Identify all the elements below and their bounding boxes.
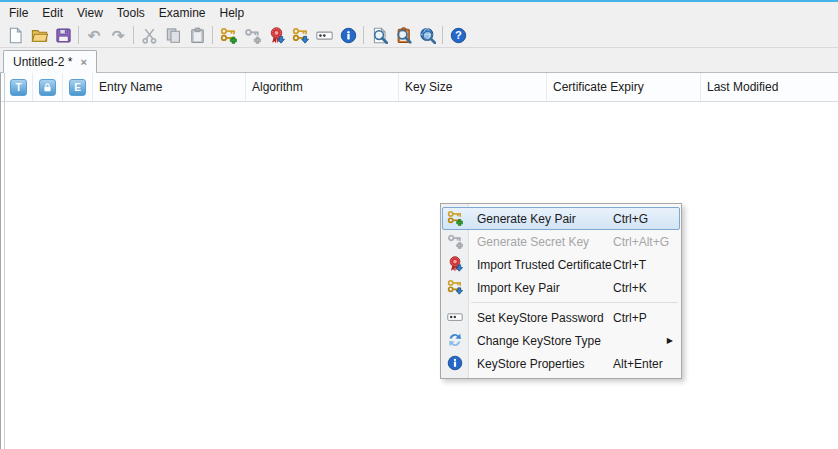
- toolbar-import-trusted-certificate-button[interactable]: [264, 24, 288, 47]
- toolbar-examine-clipboard-button[interactable]: [391, 24, 415, 47]
- toolbar-help-button[interactable]: [446, 24, 470, 47]
- menu-item-label: Generate Key Pair: [477, 212, 576, 226]
- examine-ssl-icon: [419, 27, 436, 44]
- toolbar-generate-key-pair-button[interactable]: [216, 24, 240, 47]
- toolbar-save-button[interactable]: [51, 24, 75, 47]
- context-menu: Generate Key Pair Ctrl+G Generate Secret…: [440, 203, 682, 379]
- menu-item-change-keystore-type[interactable]: Change KeyStore Type ▶: [441, 329, 681, 352]
- toolbar-separator: [442, 26, 443, 44]
- import-trusted-certificate-icon: [447, 256, 463, 272]
- toolbar-open-button[interactable]: [27, 24, 51, 47]
- column-header-algorithm[interactable]: Algorithm: [246, 73, 399, 101]
- toolbar-copy-button: [161, 24, 185, 47]
- tab-bar: Untitled-2 * ×: [0, 48, 838, 73]
- keystore-explorer-window: File Edit View Tools Examine Help ↶ ↷ Un…: [0, 0, 838, 449]
- toolbar-separator: [78, 26, 79, 44]
- menu-item-label: Import Key Pair: [477, 281, 560, 295]
- redo-icon: ↷: [112, 28, 125, 43]
- cut-icon: [141, 27, 158, 44]
- menu-item-label: Set KeyStore Password: [477, 311, 604, 325]
- menu-item-set-keystore-password[interactable]: Set KeyStore Password Ctrl+P: [441, 306, 681, 329]
- column-header-type[interactable]: T: [5, 73, 33, 101]
- menu-help[interactable]: Help: [213, 4, 252, 22]
- toolbar-redo-button: ↷: [106, 24, 130, 47]
- keystore-entries-area[interactable]: [0, 102, 838, 449]
- menu-item-shortcut: Alt+Enter: [613, 357, 663, 371]
- toolbar-separator: [133, 26, 134, 44]
- menu-item-label: Generate Secret Key: [477, 235, 589, 249]
- undo-icon: ↶: [88, 28, 101, 43]
- info-icon: [340, 27, 357, 44]
- set-password-icon: [447, 309, 463, 325]
- import-key-pair-icon: [447, 279, 463, 295]
- import-trusted-certificate-icon: [268, 27, 285, 44]
- generate-key-pair-icon: [447, 210, 463, 226]
- menu-tools[interactable]: Tools: [110, 4, 152, 22]
- menu-item-generate-secret-key: Generate Secret Key Ctrl+Alt+G: [441, 230, 681, 253]
- menu-view[interactable]: View: [70, 4, 110, 22]
- expiry-column-icon: E: [69, 79, 86, 96]
- tab-untitled-2[interactable]: Untitled-2 * ×: [3, 50, 97, 73]
- toolbar-separator: [212, 26, 213, 44]
- toolbar-separator: [363, 26, 364, 44]
- copy-icon: [165, 27, 182, 44]
- generate-secret-key-icon: [244, 27, 261, 44]
- import-key-pair-icon: [292, 27, 309, 44]
- menu-item-import-trusted-certificate[interactable]: Import Trusted Certificate Ctrl+T: [441, 253, 681, 276]
- toolbar-undo-button: ↶: [82, 24, 106, 47]
- toolbar-set-password-button[interactable]: [312, 24, 336, 47]
- examine-clipboard-icon: [395, 27, 412, 44]
- column-header-key-size[interactable]: Key Size: [399, 73, 547, 101]
- window-left-edge: [0, 73, 1, 449]
- column-header-expiry[interactable]: E: [63, 73, 93, 101]
- menu-item-shortcut: Ctrl+P: [613, 311, 647, 325]
- save-icon: [55, 27, 72, 44]
- tab-close-icon[interactable]: ×: [80, 57, 86, 68]
- type-column-icon: T: [10, 79, 27, 96]
- menu-separator: [441, 299, 681, 306]
- menu-file[interactable]: File: [2, 4, 35, 22]
- info-icon: [447, 355, 463, 371]
- menu-item-label: KeyStore Properties: [477, 357, 584, 371]
- menubar: File Edit View Tools Examine Help: [0, 2, 838, 23]
- panel-left-edge: [4, 73, 5, 449]
- column-header-lock[interactable]: [33, 73, 63, 101]
- menu-item-import-key-pair[interactable]: Import Key Pair Ctrl+K: [441, 276, 681, 299]
- set-password-icon: [316, 27, 333, 44]
- menu-examine[interactable]: Examine: [152, 4, 213, 22]
- toolbar-paste-button: [185, 24, 209, 47]
- generate-key-pair-icon: [220, 27, 237, 44]
- table-header: T E Entry Name Algorithm Key Size Certif…: [0, 73, 838, 102]
- column-header-certificate-expiry[interactable]: Certificate Expiry: [547, 73, 701, 101]
- paste-icon: [189, 27, 206, 44]
- menu-item-shortcut: Ctrl+T: [613, 258, 646, 272]
- generate-secret-key-icon: [447, 233, 463, 249]
- column-header-entry-name[interactable]: Entry Name: [93, 73, 246, 101]
- help-icon: [450, 27, 467, 44]
- submenu-arrow-icon: ▶: [667, 336, 673, 345]
- toolbar-import-key-pair-button[interactable]: [288, 24, 312, 47]
- toolbar-new-button[interactable]: [3, 24, 27, 47]
- tab-label: Untitled-2 *: [13, 55, 72, 69]
- menu-item-shortcut: Ctrl+K: [613, 281, 647, 295]
- toolbar-cut-button: [137, 24, 161, 47]
- menu-edit[interactable]: Edit: [35, 4, 70, 22]
- menu-item-label: Import Trusted Certificate: [477, 258, 612, 272]
- toolbar: ↶ ↷: [0, 23, 838, 48]
- lock-column-icon: [39, 79, 56, 96]
- menu-item-shortcut: Ctrl+G: [613, 212, 648, 226]
- toolbar-examine-ssl-button[interactable]: [415, 24, 439, 47]
- toolbar-generate-secret-key-button: [240, 24, 264, 47]
- column-header-last-modified[interactable]: Last Modified: [701, 73, 838, 101]
- open-folder-icon: [31, 27, 48, 44]
- examine-file-icon: [371, 27, 388, 44]
- new-file-icon: [7, 27, 24, 44]
- menu-item-shortcut: Ctrl+Alt+G: [613, 235, 669, 249]
- toolbar-examine-file-button[interactable]: [367, 24, 391, 47]
- menu-item-keystore-properties[interactable]: KeyStore Properties Alt+Enter: [441, 352, 681, 375]
- toolbar-properties-button[interactable]: [336, 24, 360, 47]
- menu-item-label: Change KeyStore Type: [477, 334, 601, 348]
- menu-item-generate-key-pair[interactable]: Generate Key Pair Ctrl+G: [441, 207, 681, 230]
- change-keystore-type-icon: [447, 332, 463, 348]
